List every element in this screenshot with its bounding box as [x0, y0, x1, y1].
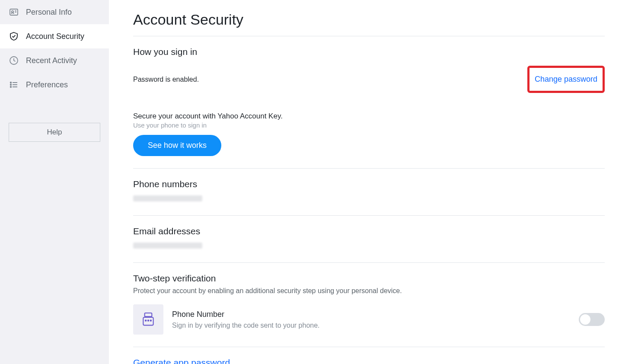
section-subheading: Protect your account by enabling an addi…: [133, 287, 605, 295]
section-two-step-verification: Two-step verification Protect your accou…: [133, 262, 605, 347]
sidebar-item-personal-info[interactable]: Personal Info: [0, 0, 109, 24]
svg-point-13: [145, 320, 146, 321]
sidebar-item-preferences[interactable]: Preferences: [0, 73, 109, 97]
account-key-title: Secure your account with Yahoo Account K…: [133, 112, 605, 121]
email-address-redacted: [133, 243, 202, 249]
section-heading: Email addresses: [133, 226, 605, 236]
two-step-method-label: Phone Number: [172, 310, 579, 319]
svg-rect-0: [10, 9, 18, 15]
sidebar-item-label: Account Security: [26, 32, 84, 41]
phone-number-redacted: [133, 195, 202, 201]
account-key-block: Secure your account with Yahoo Account K…: [133, 112, 605, 156]
phone-keypad-icon: [133, 304, 163, 335]
section-phone-numbers: Phone numbers: [133, 168, 605, 215]
section-heading: How you sign in: [133, 47, 605, 57]
section-how-you-sign-in: How you sign in Password is enabled. Cha…: [133, 36, 605, 168]
account-key-subtitle: Use your phone to sign in: [133, 121, 605, 129]
page-title: Account Security: [133, 11, 605, 28]
change-password-link[interactable]: Change password: [535, 75, 597, 83]
svg-point-6: [10, 84, 11, 85]
password-status-text: Password is enabled.: [133, 76, 199, 83]
sidebar-item-label: Personal Info: [26, 8, 72, 17]
sidebar-item-label: Preferences: [26, 80, 68, 89]
main-content: Account Security How you sign in Passwor…: [109, 0, 622, 364]
list-icon: [9, 80, 19, 90]
svg-point-5: [10, 82, 11, 83]
svg-rect-11: [145, 313, 152, 316]
help-button[interactable]: Help: [9, 123, 100, 142]
section-heading: Phone numbers: [133, 179, 605, 189]
generate-app-password-link[interactable]: Generate app password: [133, 358, 605, 364]
sidebar-item-account-security[interactable]: Account Security: [0, 24, 109, 48]
toggle-knob: [580, 314, 590, 325]
id-card-icon: [9, 7, 19, 17]
sidebar-item-recent-activity[interactable]: Recent Activity: [0, 48, 109, 73]
svg-point-14: [148, 320, 149, 321]
shield-check-icon: [9, 31, 19, 42]
svg-point-1: [12, 11, 13, 13]
section-app-password: Generate app password Create a one-time …: [133, 347, 605, 364]
svg-point-15: [150, 320, 151, 321]
two-step-toggle[interactable]: [579, 313, 605, 326]
see-how-it-works-button[interactable]: See how it works: [133, 135, 221, 156]
settings-sidebar: Personal Info Account Security Recent Ac…: [0, 0, 109, 364]
section-heading: Two-step verification: [133, 273, 605, 284]
clock-icon: [9, 55, 19, 66]
svg-point-7: [10, 86, 11, 87]
change-password-highlight: Change password: [527, 66, 605, 93]
sidebar-item-label: Recent Activity: [26, 56, 77, 65]
two-step-method-desc: Sign in by verifying the code sent to yo…: [172, 322, 579, 329]
section-email-addresses: Email addresses: [133, 215, 605, 262]
